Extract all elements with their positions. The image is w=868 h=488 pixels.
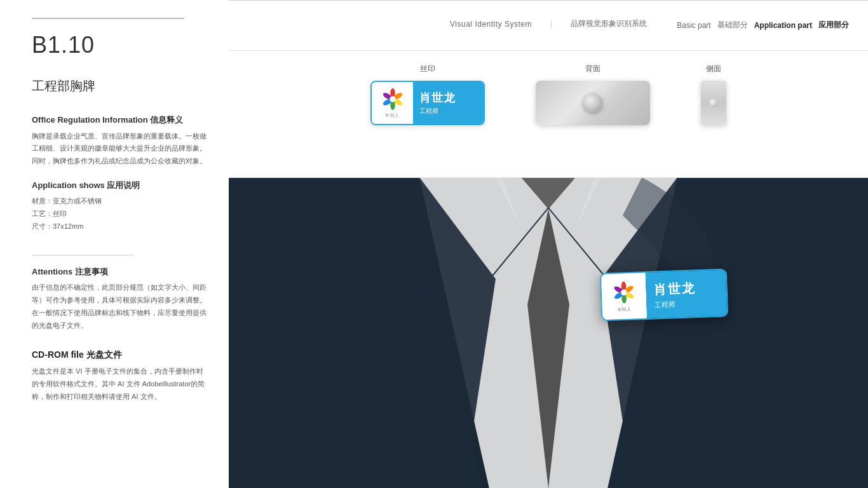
nav-basic-en: Basic part [677,21,710,30]
nav-app-en: Application part [754,21,812,30]
section-office-reg: Office Regulation Information 信息释义 胸牌是承载… [32,114,210,168]
badge-on-photo: 年轻人 肖世龙 工程师 [599,269,728,322]
vi-title-area: Visual Identity System 品牌视觉形象识别系统 [450,0,647,50]
top-nav-right: Basic part 基础部分 Application part 应用部分 [677,0,849,50]
badge-magnet-icon [583,93,602,112]
photo-area: 年轻人 肖世龙 工程师 [229,178,868,488]
page-number-area: B1.10 [32,32,210,58]
section-divider-1 [32,255,133,255]
nav-basic-cn: 基础部分 [717,20,748,30]
photo-badge-title: 工程师 [654,299,675,309]
page-number: B1.10 [32,32,210,58]
top-decorative-line [32,18,184,19]
badge-name: 肖世龙 [419,90,456,105]
badge-side-label: 侧面 [706,64,721,74]
top-bar: Visual Identity System 品牌视觉形象识别系统 Basic … [229,0,868,51]
badge-logo-section: 年轻人 [372,81,413,125]
section-attentions: Attentions 注意事项 由于信息的不确定性，此页部分规范（如文字大小、间… [32,266,210,332]
vi-title-cn: 品牌视觉形象识别系统 [571,18,647,29]
section-office-reg-body: 胸牌是承载企业气质、宣传品牌形象的重要载体。一枚做工精细、设计美观的徽章能够大大… [32,130,210,168]
badge-preview-area: 丝印 [229,51,868,178]
logo-icon [381,87,405,111]
section-cdrom-heading: CD-ROM file 光盘文件 [32,348,210,362]
left-panel: B1.10 工程部胸牌 Office Regulation Informatio… [0,0,229,488]
section-app-shows-body: 材质：亚克力或不锈钢 工艺：丝印 尺寸：37x12mm [32,195,210,233]
badge-front: 年轻人 肖世龙 工程师 [370,81,485,125]
badge-back-label: 背面 [585,64,600,74]
vi-title-row: Visual Identity System 品牌视觉形象识别系统 [450,18,647,29]
badge-brand-text: 年轻人 [385,112,400,119]
suit-illustration [229,178,868,488]
badge-back-view: 背面 [536,64,650,125]
badge-front-label: 丝印 [420,64,435,74]
nav-app-cn: 应用部分 [818,20,849,30]
vi-title-divider [551,20,552,28]
section-attentions-heading: Attentions 注意事项 [32,266,210,278]
section-attentions-body: 由于信息的不确定性，此页部分规范（如文字大小、间距等）可作为参考使用，具体可根据… [32,281,210,332]
section-cdrom-body: 光盘文件是本 VI 手册电子文件的集合，内含手册制作时的专用软件格式文件。其中 … [32,365,210,403]
badge-back [536,81,650,125]
right-panel: Visual Identity System 品牌视觉形象识别系统 Basic … [229,0,868,488]
section-app-shows: Application shows 应用说明 材质：亚克力或不锈钢 工艺：丝印 … [32,179,210,233]
photo-badge-name: 肖世龙 [653,280,696,298]
photo-background: 年轻人 肖世龙 工程师 [229,178,868,488]
page-title: 工程部胸牌 [32,78,210,95]
photo-badge-logo-section: 年轻人 [600,271,647,321]
badge-side-view: 侧面 [701,64,726,125]
svg-point-7 [390,96,396,102]
section-app-shows-heading: Application shows 应用说明 [32,179,210,192]
section-cdrom: CD-ROM file 光盘文件 光盘文件是本 VI 手册电子文件的集合，内含手… [32,348,210,403]
badge-pin-icon [709,98,718,107]
vi-title-en: Visual Identity System [450,20,532,29]
section-office-reg-heading: Office Regulation Information 信息释义 [32,114,210,126]
badge-side [701,81,726,125]
badge-info-section: 肖世龙 工程师 [413,81,484,125]
badge-title: 工程师 [419,107,438,116]
badge-front-view: 丝印 [370,64,485,125]
photo-badge-logo-icon [611,280,636,304]
photo-badge-brand: 年轻人 [618,306,631,313]
photo-badge-info: 肖世龙 工程师 [645,269,727,320]
